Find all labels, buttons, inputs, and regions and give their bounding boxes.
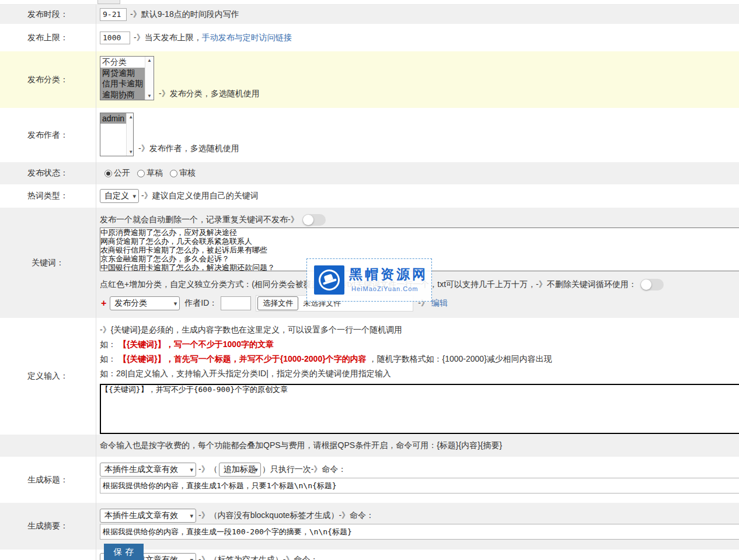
author-id-input[interactable] — [221, 296, 251, 310]
radio-label: 公开 — [114, 168, 130, 178]
clipped-control-remnant — [97, 0, 120, 4]
chevron-down-icon: ▾ — [255, 466, 258, 474]
row-gen-title: 生成标题： 本插件生成文章有效 ▾ -》（ 追加标题 ▾ ）只执行一次-》命令： — [0, 457, 739, 503]
radio-label: 草稿 — [147, 168, 163, 178]
watermark-title: 黑帽资源网 — [349, 265, 428, 284]
status-radio-public[interactable]: 公开 — [104, 168, 130, 178]
gen-title-mid-text: -》（ — [198, 464, 218, 475]
field-label-hotword-type: 热词类型： — [0, 184, 96, 208]
edit-link[interactable]: 编辑 — [431, 298, 448, 309]
row-publish-author: 发布作者： admin ▲ ▼ -》发布作者，多选随机使用 — [0, 108, 739, 162]
publish-time-hint: -》默认9-18点的时间段内写作 — [130, 9, 239, 20]
define-input-textarea[interactable]: 【{关键词}】，并写不少于{600-900}个字的原创文章 — [100, 384, 739, 434]
keyword-loop-label: -》不删除关键词循环使用： — [536, 279, 637, 290]
status-radio-review[interactable]: 审核 — [170, 168, 196, 178]
publish-time-input[interactable] — [100, 8, 127, 21]
field-label-empty — [0, 550, 96, 560]
listbox-scrollbar[interactable]: ▲ ▼ — [126, 113, 134, 156]
category-option[interactable]: 信用卡逾期 — [100, 78, 145, 89]
scroll-down-icon[interactable]: ▼ — [128, 149, 133, 155]
radio-icon — [137, 170, 145, 177]
gen-tags-tail-text: -》（标签为空才生成）-》命令： — [198, 555, 318, 560]
field-label-define-input: 定义输入： — [0, 318, 96, 435]
auto-delete-hint: 发布一个就会自动删除一个，记录重复关键词不发布-》 — [100, 215, 299, 225]
scroll-up-icon[interactable]: ▲ — [147, 58, 152, 63]
chevron-down-icon: ▾ — [190, 466, 193, 474]
category-option[interactable]: 逾期协商 — [100, 89, 145, 100]
publish-author-hint: -》发布作者，多选随机使用 — [138, 144, 239, 154]
row-gen-summary: 生成摘要： 本插件生成文章有效 ▾ -》（内容没有blockquote标签才生成… — [0, 503, 739, 550]
publish-limit-hint: -》当天发布上限， — [134, 33, 202, 43]
category-option[interactable]: 网贷逾期 — [100, 68, 145, 79]
status-radio-draft[interactable]: 草稿 — [137, 168, 163, 178]
gen-summary-tail-text: -》（内容没有blockquote标签才生成）-》命令： — [198, 510, 374, 521]
scroll-up-icon[interactable]: ▲ — [128, 114, 133, 120]
gen-title-append-select[interactable]: 追加标题 ▾ — [219, 463, 261, 477]
select-value: 自定义 — [104, 191, 129, 201]
define-hint-4: 如：28|自定义输入，支持输入开头指定分类ID|，指定分类的关键词使用指定输入 — [100, 366, 739, 381]
toggle-auto-delete[interactable] — [302, 214, 326, 226]
example-prefix: 如： — [100, 340, 116, 349]
define-hint-1: -》{关键词}是必须的，生成内容字数也在这里定义，可以设置多个一行一个随机调用 — [100, 323, 739, 337]
select-value: 发布分类 — [114, 298, 147, 309]
choose-file-button[interactable]: 选择文件 — [257, 296, 298, 310]
hotword-type-hint: -》建议自定义使用自己的关键词 — [141, 191, 259, 201]
radio-icon — [170, 170, 177, 177]
row-publish-time: 发布时段： -》默认9-18点的时间段内写作 — [0, 5, 739, 24]
watermark: 黑帽资源网 HeiMaoZiYuan.Com — [306, 258, 432, 302]
gen-title-mode-select[interactable]: 本插件生成文章有效 ▾ — [100, 463, 196, 477]
chevron-down-icon: ▾ — [133, 192, 136, 200]
gen-title-command-input[interactable] — [100, 478, 739, 494]
row-define-input: 定义输入： -》{关键词}是必须的，生成内容字数也在这里定义，可以设置多个一行一… — [0, 318, 739, 435]
command-note-text: 命令输入也是按字收费的，每个功能都会叠加QPS与费用，请根据QPS条件开启，命令… — [100, 440, 502, 451]
gen-summary-mode-select[interactable]: 本插件生成文章有效 ▾ — [100, 509, 196, 523]
publish-category-hint: -》发布分类，多选随机使用 — [159, 89, 260, 99]
field-label-gen-title: 生成标题： — [0, 457, 96, 503]
select-value: 追加标题 — [224, 464, 256, 475]
publish-category-listbox[interactable]: 不分类 网贷逾期 信用卡逾期 逾期协商 ▲ ▼ — [100, 56, 154, 100]
row-publish-status: 发布状态： 公开 草稿 审核 — [0, 162, 739, 184]
row-command-note: 命令输入也是按字收费的，每个功能都会叠加QPS与费用，请根据QPS条件开启，命令… — [0, 435, 739, 457]
example-prefix: 如： — [100, 354, 116, 363]
example-tail: ，随机字数格式如：{1000-2000}减少相同内容出现 — [369, 354, 552, 363]
example-red-text: 【{关键词}】，首先写一个标题，并写不少于{1000-2000}个字的内容 — [118, 354, 367, 363]
gen-summary-command-input[interactable] — [100, 524, 739, 540]
top-strip — [0, 0, 739, 5]
heimao-logo-icon — [314, 265, 344, 295]
field-label-publish-time: 发布时段： — [0, 5, 96, 24]
field-label-publish-status: 发布状态： — [0, 162, 96, 184]
save-button[interactable]: 保存 — [104, 544, 144, 560]
example-red-text: 【{关键词}】，写一个不少于1000字的文章 — [118, 340, 274, 349]
author-option[interactable]: admin — [100, 113, 126, 124]
field-label-publish-limit: 发布上限： — [0, 24, 96, 51]
category-option[interactable]: 不分类 — [100, 57, 145, 68]
row-publish-limit: 发布上限： -》当天发布上限， 手动发布与定时访问链接 — [0, 24, 739, 51]
scroll-down-icon[interactable]: ▼ — [147, 93, 152, 99]
publish-author-listbox[interactable]: admin ▲ ▼ — [100, 113, 134, 156]
field-label-publish-category: 发布分类： — [0, 51, 96, 108]
listbox-scrollbar[interactable]: ▲ ▼ — [145, 57, 154, 100]
manual-publish-link[interactable]: 手动发布与定时访问链接 — [202, 33, 292, 43]
keyword-category-select[interactable]: 发布分类 ▾ — [110, 296, 180, 310]
gen-title-tail-text: ）只执行一次-》命令： — [262, 464, 347, 475]
watermark-url: HeiMaoZiYuan.Com — [351, 285, 418, 292]
toggle-knob — [641, 279, 651, 290]
radio-icon — [104, 170, 112, 177]
field-label-empty — [0, 435, 96, 457]
chevron-down-icon: ▾ — [190, 512, 193, 520]
field-label-publish-author: 发布作者： — [0, 108, 96, 162]
hotword-type-select[interactable]: 自定义 ▾ — [100, 189, 139, 203]
select-value: 本插件生成文章有效 — [104, 464, 178, 475]
hat-icon — [316, 267, 342, 293]
radio-label: 审核 — [179, 168, 196, 178]
author-id-label: 作者ID： — [184, 298, 217, 309]
add-category-button[interactable]: + — [101, 298, 106, 309]
row-hotword-type: 热词类型： 自定义 ▾ -》建议自定义使用自己的关键词 — [0, 184, 739, 208]
toggle-knob — [303, 215, 313, 225]
chevron-down-icon: ▾ — [190, 556, 193, 560]
field-label-keywords: 关键词： — [0, 208, 96, 318]
publish-limit-input[interactable] — [100, 32, 130, 44]
plugin-settings-page: 发布时段： -》默认9-18点的时间段内写作 发布上限： -》当天发布上限， 手… — [0, 0, 739, 560]
field-label-gen-summary: 生成摘要： — [0, 503, 96, 550]
toggle-keyword-loop[interactable] — [640, 279, 664, 290]
